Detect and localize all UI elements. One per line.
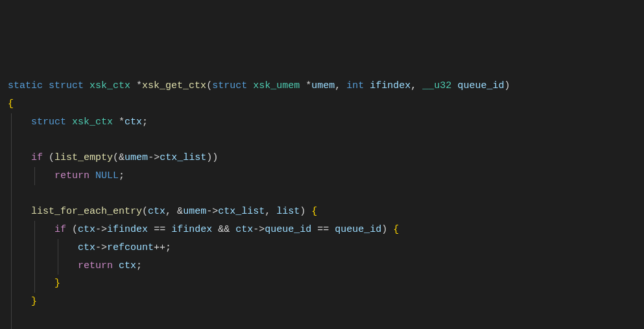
semicolon: ; (136, 260, 142, 271)
keyword-if: if (54, 224, 66, 235)
operator-and: && (218, 224, 230, 235)
paren-open: ( (49, 152, 54, 163)
member-name: ctx_list (160, 152, 206, 163)
operator-arrow: -> (206, 206, 218, 217)
operator-arrow: -> (253, 224, 265, 235)
type-name: xsk_ctx (72, 117, 113, 128)
keyword-return: return (78, 260, 113, 271)
keyword-int: int (346, 80, 364, 91)
keyword-if: if (31, 152, 43, 163)
paren-close: ) (206, 152, 212, 163)
keyword-struct: struct (49, 80, 84, 91)
param-name: queue_id (457, 80, 504, 91)
comma: , (335, 80, 340, 91)
variable-name: ctx (125, 117, 142, 128)
paren-close: ) (381, 224, 387, 235)
member-name: queue_id (265, 224, 311, 235)
code-line-12: } (8, 275, 636, 293)
paren-close: ) (212, 152, 218, 163)
operator-arrow: -> (148, 152, 160, 163)
comma: , (165, 206, 171, 217)
operator-star: * (119, 117, 125, 128)
variable-name: umem (125, 152, 148, 163)
code-line-7 (8, 185, 636, 203)
paren-open: ( (142, 206, 148, 217)
constant-null: NULL (95, 170, 119, 181)
comma: , (411, 80, 416, 91)
member-name: refcount (107, 242, 154, 253)
type-name: __u32 (422, 80, 451, 91)
code-line-3: struct xsk_ctx *ctx; (8, 113, 636, 131)
paren-open: ( (72, 224, 78, 235)
paren-close: ) (504, 80, 510, 91)
brace-open: { (8, 98, 14, 109)
function-name: xsk_get_ctx (142, 80, 206, 91)
code-line-1: static struct xsk_ctx *xsk_get_ctx(struc… (8, 77, 636, 95)
param-name: ifindex (370, 80, 411, 91)
code-line-13: } (8, 293, 636, 311)
operator-star: * (305, 80, 311, 91)
operator-eq: == (317, 224, 329, 235)
member-name: ifindex (107, 224, 148, 235)
paren-close: ) (300, 206, 305, 217)
operator-star: * (136, 80, 142, 91)
variable-name: queue_id (335, 224, 381, 235)
keyword-struct: struct (212, 80, 247, 91)
variable-name: ctx (235, 224, 253, 235)
code-line-8: list_for_each_entry(ctx, &umem->ctx_list… (8, 203, 636, 221)
semicolon: ; (165, 242, 171, 253)
param-name: umem (311, 80, 335, 91)
operator-amp: & (177, 206, 183, 217)
keyword-struct: struct (31, 117, 66, 128)
keyword-return: return (54, 170, 89, 181)
code-line-5: if (list_empty(&umem->ctx_list)) (8, 149, 636, 167)
function-call: list_empty (54, 152, 113, 163)
semicolon: ; (142, 117, 148, 128)
paren-open: ( (113, 152, 119, 163)
code-line-9: if (ctx->ifindex == ifindex && ctx->queu… (8, 221, 636, 239)
type-name: xsk_umem (253, 80, 300, 91)
code-line-14 (8, 311, 636, 329)
type-name: xsk_ctx (89, 80, 130, 91)
arg-name: ctx (148, 206, 165, 217)
code-line-4 (8, 131, 636, 149)
brace-close: } (54, 278, 60, 289)
brace-open: { (311, 206, 317, 217)
variable-name: ctx (78, 224, 95, 235)
code-editor[interactable]: static struct xsk_ctx *xsk_get_ctx(struc… (8, 77, 636, 329)
variable-name: ctx (119, 260, 136, 271)
code-line-6: return NULL; (8, 167, 636, 185)
operator-inc: ++ (154, 242, 165, 253)
brace-close: } (31, 296, 37, 307)
code-line-10: ctx->refcount++; (8, 239, 636, 257)
variable-name: umem (183, 206, 206, 217)
operator-eq: == (154, 224, 165, 235)
code-line-11: return ctx; (8, 257, 636, 275)
variable-name: ctx (78, 242, 95, 253)
function-call: list_for_each_entry (31, 206, 142, 217)
arg-name: list (276, 206, 300, 217)
variable-name: ifindex (171, 224, 212, 235)
paren-open: ( (206, 80, 212, 91)
operator-arrow: -> (95, 242, 107, 253)
semicolon: ; (119, 170, 125, 181)
keyword-static: static (8, 80, 43, 91)
member-name: ctx_list (218, 206, 265, 217)
brace-open: { (393, 224, 399, 235)
operator-arrow: -> (95, 224, 107, 235)
code-line-2: { (8, 95, 636, 113)
operator-amp: & (119, 152, 125, 163)
comma: , (265, 206, 270, 217)
